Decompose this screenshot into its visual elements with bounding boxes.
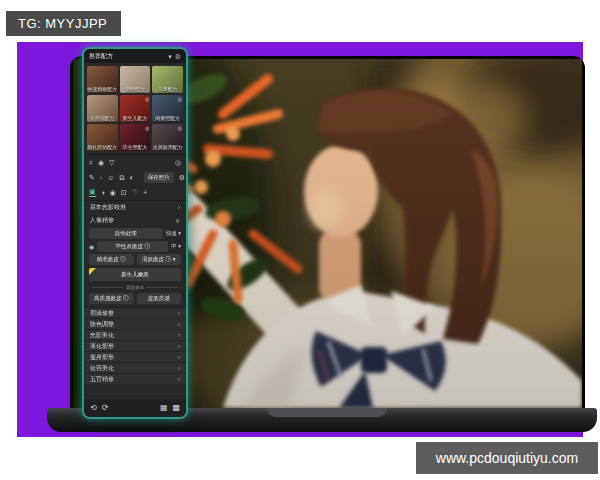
precise-smooth-button[interactable]: 精准磨皮 ⓘ <box>89 254 134 265</box>
website-badge: www.pcdouqiutiyu.com <box>416 442 598 474</box>
hat-icon[interactable]: ▽ <box>109 159 114 166</box>
recipe-thumb[interactable]: 全家福配方 <box>87 95 118 122</box>
advanced-smooth-row: 高质感磨皮 ⓘ 皮肤质感 <box>84 292 186 305</box>
retouch-panel: 推荐配方 ▾ ⚙ 快速精修配方 婚纱配方 儿童配方 全家福配方 ◎新生儿配方 ◎… <box>82 47 188 419</box>
menu-item-lighting[interactable]: 光影美化› <box>84 329 186 340</box>
recipe-label: 闺蜜照配方 <box>152 115 183 121</box>
chevron-right-icon: › <box>178 343 180 350</box>
panel-header: 推荐配方 ▾ ⚙ <box>84 49 186 63</box>
retouch-menu: 瑕疵修整› 肤色调整› 光影美化› 液化塑形› 瘦身塑形› 妆容美化› 五官精修… <box>84 307 186 384</box>
dot-icon[interactable]: ◦ <box>100 174 102 181</box>
crop-icon[interactable]: ⌗ <box>89 159 93 166</box>
menu-item-slimming[interactable]: 瘦身塑形› <box>84 351 186 362</box>
person-mini-icon: ◉ <box>89 243 94 250</box>
neutral-gray-button[interactable]: 中性灰磨皮 ⓘ <box>97 241 168 252</box>
recipe-thumb[interactable]: ◎水润肤质配方 <box>152 124 183 151</box>
new-flag <box>89 268 96 275</box>
person-icon[interactable]: ◉ <box>98 159 104 166</box>
laptop-lid-notch <box>267 408 387 417</box>
chevron-down-icon: ∨ <box>175 217 180 225</box>
plus-icon[interactable]: + <box>143 189 147 196</box>
hq-smooth-button[interactable]: 高质感磨皮 ⓘ <box>89 293 134 304</box>
recipe-label: 儿童配方 <box>152 86 183 92</box>
neutral-gray-row: ◉ 中性灰磨皮 ⓘ 中 ▾ <box>84 240 186 253</box>
section-light-calibration[interactable]: 基本光影校准 › <box>84 201 186 214</box>
promo-poster: 推荐配方 ▾ ⚙ 快速精修配方 婚纱配方 儿童配方 全家福配方 ◎新生儿配方 ◎… <box>0 0 600 480</box>
recipe-label: 新生儿配方 <box>120 115 151 121</box>
recipe-grid: 快速精修配方 婚纱配方 儿童配方 全家福配方 ◎新生儿配方 ◎闺蜜照配方 婚礼跟… <box>84 63 186 154</box>
menu-item-features[interactable]: 五官精修› <box>84 373 186 384</box>
recipe-thumb[interactable]: ◎毕业照配方 <box>120 124 151 151</box>
recipe-badge-icon: ◎ <box>178 96 182 102</box>
gear-icon[interactable]: ⚙ <box>175 53 181 60</box>
smoothing-row: 精准磨皮 ⓘ 润肤磨皮 ⓘ ▾ <box>84 253 186 266</box>
square-mode-icon[interactable]: ⊡ <box>121 189 127 196</box>
recipe-thumb[interactable]: 婚礼跟拍配方 <box>87 124 118 151</box>
before-after-icon[interactable]: ◐ <box>130 174 134 181</box>
chevron-down-icon[interactable]: ▾ <box>168 53 172 60</box>
recipe-thumb[interactable]: 婚纱配方 <box>120 66 151 93</box>
recipe-thumb[interactable]: 快速精修配方 <box>87 66 118 93</box>
help-icon[interactable]: ◎ <box>175 159 181 166</box>
undo-icon[interactable]: ⟲ <box>90 404 97 412</box>
half-circle-icon[interactable]: ◑ <box>101 189 105 196</box>
advanced-divider: 高级磨皮 <box>84 283 186 292</box>
recipe-label: 毕业照配方 <box>120 144 151 150</box>
recipe-label: 全家福配方 <box>87 115 118 121</box>
section-label: 基本光影校准 <box>90 203 126 212</box>
menu-item-makeup[interactable]: 妆容美化› <box>84 362 186 373</box>
newborn-skin-button[interactable]: 新生儿嫩肤 <box>89 268 181 281</box>
auto-process-button[interactable]: 自动处理 <box>89 228 163 239</box>
dot-circle-icon[interactable]: ◉ <box>110 189 116 196</box>
pen-icon[interactable]: ✎ <box>89 174 95 181</box>
face-icon[interactable]: ☺ <box>107 174 114 181</box>
recipe-badge-icon: ◎ <box>178 125 182 131</box>
gear-icon[interactable]: ⚙ <box>179 174 185 181</box>
tool-row-save: ✎ ◦ ☺ ⧉ ◐ 保存照片 ⚙ <box>84 169 186 185</box>
recipe-thumb[interactable]: ◎新生儿配方 <box>120 95 151 122</box>
chevron-right-icon: › <box>178 332 180 339</box>
recipe-label: 水润肤质配方 <box>152 144 183 150</box>
menu-item-blemish[interactable]: 瑕疵修整› <box>84 307 186 318</box>
shield-icon[interactable]: ♡ <box>132 189 138 196</box>
recipe-header-title: 推荐配方 <box>89 52 165 61</box>
copy-icon[interactable]: ⧉ <box>120 174 125 181</box>
chevron-right-icon: › <box>178 354 180 361</box>
recipe-label: 婚礼跟拍配方 <box>87 144 118 150</box>
speed-dropdown[interactable]: 快速 ▾ <box>166 230 181 237</box>
recipe-label: 婚纱配方 <box>120 86 151 92</box>
grid-view-icon[interactable]: ▦ <box>160 404 168 412</box>
chevron-right-icon: › <box>178 321 180 328</box>
section-portrait-retouch[interactable]: 人像精修 ∨ <box>84 214 186 227</box>
panel-view-icon[interactable]: ▩ <box>172 404 180 412</box>
skin-texture-button[interactable]: 皮肤质感 <box>137 293 182 304</box>
chevron-right-icon: › <box>178 376 180 383</box>
redo-icon[interactable]: ⟳ <box>102 404 109 412</box>
recipe-badge-icon: ◎ <box>145 125 149 131</box>
chevron-right-icon: › <box>178 310 180 317</box>
tool-row-top: ⌗ ◉ ▽ ◎ <box>84 154 186 169</box>
chevron-right-icon: › <box>178 204 180 211</box>
chevron-right-icon: › <box>178 365 180 372</box>
recipe-badge-icon: ◎ <box>145 96 149 102</box>
auto-process-row: 自动处理 快速 ▾ <box>84 227 186 240</box>
recipe-thumb[interactable]: 儿童配方 <box>152 66 183 93</box>
recipe-thumb[interactable]: ◎闺蜜照配方 <box>152 95 183 122</box>
frame-mode-icon[interactable]: ▣ <box>89 188 96 197</box>
save-photo-button[interactable]: 保存照片 <box>144 172 174 183</box>
level-dropdown[interactable]: 中 ▾ <box>171 243 181 250</box>
panel-footer: ⟲ ⟳ ▦ ▩ <box>84 399 186 417</box>
recipe-label: 快速精修配方 <box>87 86 118 92</box>
soft-smooth-button[interactable]: 润肤磨皮 ⓘ ▾ <box>137 254 182 265</box>
menu-item-skin-tone[interactable]: 肤色调整› <box>84 318 186 329</box>
menu-item-liquify[interactable]: 液化塑形› <box>84 340 186 351</box>
tool-row-modes: ▣ ◑ ◉ ⊡ ♡ + <box>84 185 186 201</box>
telegram-badge: TG: MYYJJPP <box>6 11 121 36</box>
section-label: 人像精修 <box>90 216 114 225</box>
